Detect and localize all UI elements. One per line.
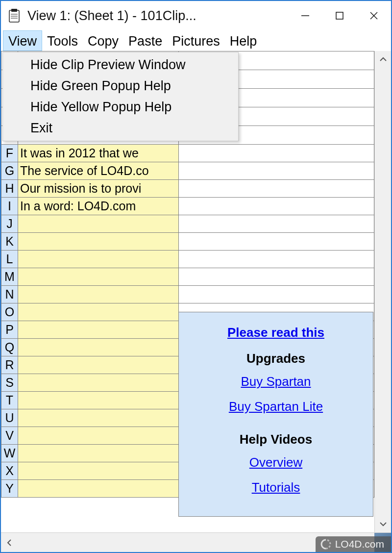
clip-cell[interactable] (18, 409, 179, 427)
table-row: M (1, 268, 374, 286)
please-read-link[interactable]: Please read this (227, 325, 324, 340)
row-header[interactable]: S (1, 374, 18, 392)
row-header[interactable]: N (1, 286, 18, 303)
menu-tools[interactable]: Tools (42, 30, 83, 51)
row-header[interactable]: I (1, 198, 18, 215)
vertical-scrollbar[interactable] (374, 51, 391, 532)
row-header[interactable]: R (1, 356, 18, 374)
row-header[interactable]: T (1, 392, 18, 409)
menu-item-hide-green-popup-help[interactable]: Hide Green Popup Help (3, 75, 238, 97)
clip-cell[interactable]: Our mission is to provi (18, 180, 179, 198)
grid-cell[interactable] (179, 215, 374, 233)
menu-pictures[interactable]: Pictures (167, 30, 225, 51)
grid-cell[interactable] (179, 268, 374, 286)
watermark: LO4D.com (316, 536, 391, 552)
row-header[interactable]: W (1, 445, 18, 462)
clip-cell[interactable]: It was in 2012 that we (18, 145, 179, 162)
window-title: View 1: (Sheet 1) - 101Clip... (27, 8, 196, 24)
overview-link[interactable]: Overview (249, 455, 302, 470)
table-row: FIt was in 2012 that we (1, 145, 374, 162)
grid-cell[interactable] (179, 180, 374, 198)
row-header[interactable]: V (1, 427, 18, 445)
table-row: GThe service of LO4D.co (1, 162, 374, 180)
scroll-down-icon[interactable] (375, 516, 392, 532)
clip-cell[interactable] (18, 480, 179, 498)
tutorials-link[interactable]: Tutorials (252, 480, 300, 495)
buy-spartan-link[interactable]: Buy Spartan (241, 374, 311, 389)
table-row: HOur mission is to provi (1, 180, 374, 198)
grid-cell[interactable] (179, 198, 374, 215)
upgrades-heading: Upgrades (179, 351, 373, 366)
clipboard-icon (6, 7, 23, 24)
row-header[interactable]: U (1, 409, 18, 427)
row-header[interactable]: M (1, 268, 18, 286)
clip-cell[interactable] (18, 268, 179, 286)
grid-cell[interactable] (179, 251, 374, 268)
clip-cell[interactable] (18, 215, 179, 233)
menu-paste[interactable]: Paste (123, 30, 167, 51)
row-header[interactable]: X (1, 462, 18, 480)
maximize-button[interactable] (322, 1, 357, 30)
table-row: K (1, 233, 374, 251)
table-row: IIn a word: LO4D.com (1, 198, 374, 215)
scroll-up-icon[interactable] (375, 51, 392, 68)
help-videos-heading: Help Videos (179, 432, 373, 447)
clip-cell[interactable] (18, 462, 179, 480)
clip-cell[interactable] (18, 392, 179, 409)
table-row: J (1, 215, 374, 233)
row-header[interactable]: H (1, 180, 18, 198)
menu-help[interactable]: Help (225, 30, 262, 51)
row-header[interactable]: Q (1, 339, 18, 356)
clip-cell[interactable] (18, 251, 179, 268)
menu-item-exit[interactable]: Exit (3, 118, 238, 139)
grid-cell[interactable] (179, 145, 374, 162)
menubar: ViewToolsCopyPastePicturesHelp (1, 30, 391, 51)
clip-cell[interactable] (18, 286, 179, 303)
table-row: N (1, 286, 374, 303)
row-header[interactable]: Y (1, 480, 18, 498)
menu-item-hide-clip-preview-window[interactable]: Hide Clip Preview Window (3, 54, 238, 75)
menu-view[interactable]: View (3, 30, 42, 51)
grid-cell[interactable] (179, 233, 374, 251)
buy-spartan-lite-link[interactable]: Buy Spartan Lite (229, 399, 323, 414)
svg-rect-1 (11, 9, 17, 12)
row-header[interactable]: G (1, 162, 18, 180)
watermark-text: LO4D.com (335, 538, 384, 550)
svg-rect-6 (336, 12, 343, 19)
clip-cell[interactable]: In a word: LO4D.com (18, 198, 179, 215)
close-button[interactable] (357, 1, 391, 30)
grid-cell[interactable] (179, 286, 374, 303)
clip-cell[interactable] (18, 374, 179, 392)
clip-cell[interactable] (18, 233, 179, 251)
clip-cell[interactable] (18, 356, 179, 374)
row-header[interactable]: L (1, 251, 18, 268)
row-header[interactable]: J (1, 215, 18, 233)
clip-cell[interactable]: The service of LO4D.co (18, 162, 179, 180)
scroll-left-icon[interactable] (1, 534, 18, 551)
row-header[interactable]: P (1, 321, 18, 339)
titlebar: View 1: (Sheet 1) - 101Clip... (1, 1, 391, 30)
grid-cell[interactable] (179, 162, 374, 180)
app-window: View 1: (Sheet 1) - 101Clip... ViewTools… (0, 0, 392, 553)
info-panel: Please read this Upgrades Buy Spartan Bu… (178, 312, 373, 517)
clip-cell[interactable] (18, 339, 179, 356)
view-menu-dropdown: Hide Clip Preview WindowHide Green Popup… (2, 52, 239, 141)
row-header[interactable]: F (1, 145, 18, 162)
row-header[interactable]: O (1, 303, 18, 321)
clip-cell[interactable] (18, 445, 179, 462)
menu-copy[interactable]: Copy (83, 30, 123, 51)
table-row: L (1, 251, 374, 268)
clip-cell[interactable] (18, 321, 179, 339)
menu-item-hide-yellow-popup-help[interactable]: Hide Yellow Popup Help (3, 97, 238, 118)
row-header[interactable]: K (1, 233, 18, 251)
clip-cell[interactable] (18, 303, 179, 321)
minimize-button[interactable] (288, 1, 322, 30)
clip-cell[interactable] (18, 427, 179, 445)
